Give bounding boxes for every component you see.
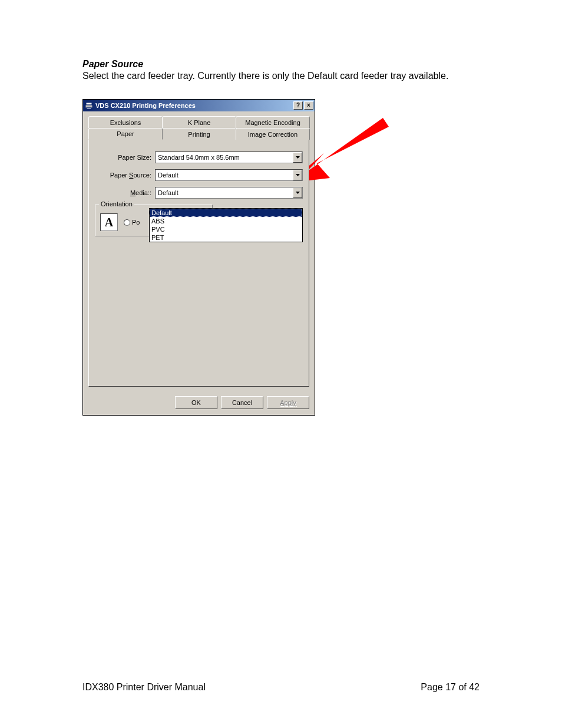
section-heading: Paper Source <box>82 59 480 70</box>
orientation-sample-icon: A <box>100 213 118 231</box>
combo-paper-source[interactable]: Default <box>155 169 303 181</box>
window-title: VDS CX210 Printing Preferences <box>95 102 292 109</box>
media-option-default[interactable]: Default <box>150 209 302 217</box>
svg-marker-3 <box>296 156 300 159</box>
ok-button[interactable]: OK <box>175 396 217 409</box>
svg-rect-2 <box>87 108 91 109</box>
combo-media-value: Default <box>156 189 293 196</box>
svg-rect-0 <box>86 103 92 105</box>
footer-left: IDX380 Printer Driver Manual <box>82 682 206 693</box>
chevron-down-icon[interactable] <box>293 170 302 180</box>
radio-portrait[interactable]: Po <box>124 219 140 226</box>
tab-exclusions[interactable]: Exclusions <box>88 116 163 128</box>
tab-panel-paper: Paper Size: Standard 54.0mm x 85.6mm Pap… <box>88 139 309 387</box>
tab-image-correction[interactable]: Image Correction <box>236 128 310 140</box>
svg-marker-5 <box>296 192 300 194</box>
tab-printing[interactable]: Printing <box>162 128 236 140</box>
row-media: Media:: Default <box>95 187 303 199</box>
help-button[interactable]: ? <box>293 101 303 110</box>
svg-rect-1 <box>85 105 92 108</box>
media-option-abs[interactable]: ABS <box>150 217 302 225</box>
label-paper-size: Paper Size: <box>95 154 155 161</box>
footer-right: Page 17 of 42 <box>421 682 480 693</box>
page-footer: IDX380 Printer Driver Manual Page 17 of … <box>82 682 480 693</box>
media-option-pet[interactable]: PET <box>150 233 302 242</box>
titlebar[interactable]: VDS CX210 Printing Preferences ? × <box>83 100 315 111</box>
chevron-down-icon[interactable] <box>293 187 302 198</box>
cancel-button[interactable]: Cancel <box>221 396 263 409</box>
label-paper-source: Paper Source: <box>95 172 155 179</box>
tab-magnetic-encoding[interactable]: Magnetic Encoding <box>236 116 310 128</box>
dialog-buttons: OK Cancel Apply <box>83 391 315 415</box>
page: Paper Source Select the card feeder tray… <box>0 0 562 728</box>
printer-icon <box>85 101 93 110</box>
label-media: Media:: <box>95 189 155 196</box>
combo-paper-source-value: Default <box>156 172 293 179</box>
close-button[interactable]: × <box>304 101 313 110</box>
apply-button[interactable]: Apply <box>267 396 309 409</box>
radio-icon <box>124 219 130 226</box>
row-paper-source: Paper Source: Default <box>95 169 303 181</box>
tabs-row-back: Exclusions K Plane Magnetic Encoding <box>88 116 309 128</box>
tabs-row-front: Paper Printing Image Correction <box>88 128 309 140</box>
media-option-pvc[interactable]: PVC <box>150 225 302 233</box>
tab-area: Exclusions K Plane Magnetic Encoding Pap… <box>83 111 315 391</box>
section-body: Select the card feeder tray. Currently t… <box>82 71 480 81</box>
tab-kplane[interactable]: K Plane <box>162 116 236 128</box>
media-dropdown-list[interactable]: Default ABS PVC PET <box>149 208 303 242</box>
combo-paper-size-value: Standard 54.0mm x 85.6mm <box>156 154 293 161</box>
combo-paper-size[interactable]: Standard 54.0mm x 85.6mm <box>155 151 303 163</box>
chevron-down-icon[interactable] <box>293 152 302 163</box>
printing-preferences-dialog: VDS CX210 Printing Preferences ? × Exclu… <box>82 99 315 416</box>
row-paper-size: Paper Size: Standard 54.0mm x 85.6mm <box>95 151 303 163</box>
tab-paper[interactable]: Paper <box>88 128 163 140</box>
combo-media[interactable]: Default <box>155 187 303 199</box>
svg-marker-4 <box>296 174 300 176</box>
